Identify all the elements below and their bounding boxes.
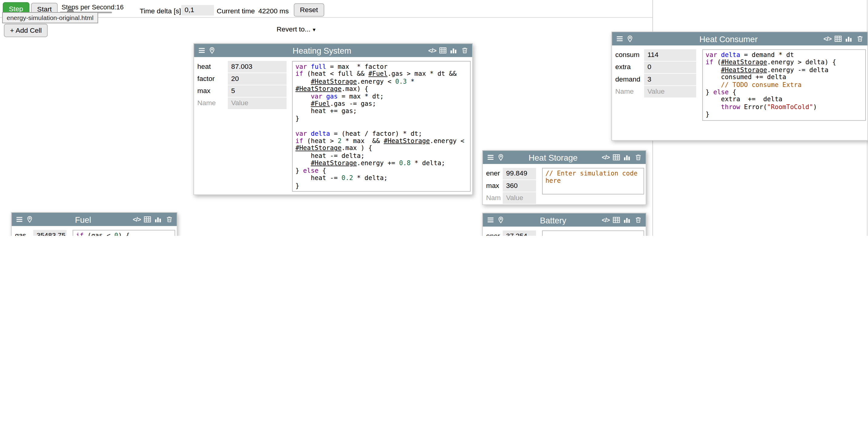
code-line: #HeatStorage.max) { bbox=[295, 85, 467, 93]
cell-title[interactable]: Heating System bbox=[218, 46, 426, 55]
code-editor[interactable]: var full = max * factorif (heat < full &… bbox=[292, 61, 471, 192]
variable-value-input[interactable]: Value bbox=[644, 86, 696, 97]
variable-value-input[interactable]: 114 bbox=[644, 49, 696, 61]
variable-name-input[interactable]: demand bbox=[614, 74, 643, 85]
variables-table: gas35483.75NamValue bbox=[13, 230, 73, 236]
location-pin-icon[interactable] bbox=[497, 216, 504, 224]
code-line: consumed += delta bbox=[706, 74, 863, 81]
location-pin-icon[interactable] bbox=[208, 47, 216, 55]
code-line bbox=[295, 122, 467, 130]
variable-value-input[interactable]: Value bbox=[503, 192, 536, 204]
variable-name-input[interactable]: heat bbox=[196, 61, 226, 73]
delete-cell-icon[interactable] bbox=[635, 153, 642, 161]
cell-body: consum114extra0demand3NameValue var delt… bbox=[612, 46, 868, 122]
table-view-icon[interactable] bbox=[612, 153, 620, 161]
variable-name-input[interactable]: max bbox=[196, 85, 226, 97]
location-pin-icon[interactable] bbox=[497, 153, 504, 161]
cell-header[interactable]: Heating System </> bbox=[194, 44, 472, 57]
variable-value-input[interactable]: 360 bbox=[503, 180, 536, 192]
variable-name-input[interactable]: max bbox=[485, 180, 502, 192]
code-line: var gas = max * dt; bbox=[295, 93, 467, 100]
time-delta-input[interactable]: 0,1 bbox=[181, 5, 214, 16]
code-line: // TODO consume Extra bbox=[706, 81, 863, 89]
chart-view-icon[interactable] bbox=[450, 47, 457, 55]
cell-header[interactable]: Heat Consumer </> bbox=[612, 32, 868, 46]
variable-name-input[interactable]: ener bbox=[485, 168, 502, 179]
code-view-icon[interactable]: </> bbox=[428, 47, 436, 54]
simulation-cell: Heat Consumer </> consum114extra0demand3… bbox=[612, 31, 868, 141]
table-view-icon[interactable] bbox=[612, 216, 620, 224]
table-view-icon[interactable] bbox=[834, 35, 842, 43]
code-view-icon[interactable]: </> bbox=[602, 154, 610, 161]
chart-view-icon[interactable] bbox=[154, 216, 162, 223]
reset-button[interactable]: Reset bbox=[294, 3, 324, 17]
variable-row: max360 bbox=[485, 180, 542, 192]
code-line: } else { bbox=[295, 167, 467, 175]
revert-dropdown[interactable]: Revert to... ▾ bbox=[277, 25, 315, 33]
variable-name-input[interactable]: extra bbox=[614, 61, 643, 73]
variable-name-input[interactable]: ener bbox=[485, 230, 502, 236]
variable-value-input[interactable]: 5 bbox=[228, 85, 286, 97]
code-editor[interactable]: if (gas < 0) { throw Error("GasEmpty")} bbox=[73, 230, 175, 236]
code-line: #HeatStorage.energy -= delta bbox=[706, 66, 863, 74]
variable-name-input[interactable]: factor bbox=[196, 73, 226, 85]
cell-body: ener37.254max360NamValue bbox=[483, 227, 646, 236]
chart-view-icon[interactable] bbox=[623, 216, 631, 224]
cell-title[interactable]: Fuel bbox=[36, 214, 130, 224]
cell-title[interactable]: Heat Consumer bbox=[636, 34, 821, 44]
simulation-cell: Heating System </> heat87.003factor20max… bbox=[193, 44, 473, 195]
variables-table: heat87.003factor20max5NameValue bbox=[196, 61, 292, 110]
delete-cell-icon[interactable] bbox=[166, 216, 173, 223]
cell-header[interactable]: Fuel </> bbox=[11, 213, 177, 226]
variable-value-input[interactable]: 87.003 bbox=[228, 61, 286, 73]
menu-icon[interactable] bbox=[487, 216, 495, 224]
code-line: heat -= delta; bbox=[295, 152, 467, 160]
code-line: if (#HeatStorage.energy > delta) { bbox=[706, 59, 863, 66]
menu-icon[interactable] bbox=[616, 35, 624, 43]
cell-body: heat87.003factor20max5NameValue var full… bbox=[194, 57, 472, 193]
variable-name-input[interactable]: consum bbox=[614, 49, 643, 61]
code-view-icon[interactable]: </> bbox=[824, 35, 831, 42]
delete-cell-icon[interactable] bbox=[635, 216, 642, 224]
chart-view-icon[interactable] bbox=[623, 153, 631, 161]
variable-value-input[interactable]: 20 bbox=[228, 73, 286, 85]
variable-value-input[interactable]: 99.849 bbox=[503, 168, 536, 179]
table-view-icon[interactable] bbox=[439, 47, 447, 55]
code-line: heat -= 0.2 * delta; bbox=[295, 175, 467, 182]
variable-value-input[interactable]: 3 bbox=[644, 74, 696, 85]
menu-icon[interactable] bbox=[198, 47, 206, 55]
variable-row: NameValue bbox=[196, 97, 292, 109]
filename-tooltip: energy-simulation-original.html bbox=[2, 12, 98, 23]
code-line: throw Error("RoomToCold") bbox=[706, 104, 863, 111]
variable-value-input[interactable]: Value bbox=[228, 97, 286, 109]
code-view-icon[interactable]: </> bbox=[602, 217, 610, 223]
code-editor[interactable]: // Enter simulation codehere bbox=[542, 168, 644, 195]
chart-view-icon[interactable] bbox=[845, 35, 852, 43]
cell-title[interactable]: Heat Storage bbox=[507, 153, 599, 162]
code-editor[interactable]: var delta = demand * dtif (#HeatStorage.… bbox=[702, 49, 866, 121]
variable-name-input[interactable]: Name bbox=[614, 86, 643, 97]
code-editor[interactable] bbox=[542, 230, 644, 236]
delete-cell-icon[interactable] bbox=[461, 47, 468, 55]
variable-name-input[interactable]: gas bbox=[13, 230, 32, 236]
variable-name-input[interactable]: Nam bbox=[485, 192, 502, 204]
code-view-icon[interactable]: </> bbox=[133, 216, 141, 223]
cell-header[interactable]: Heat Storage </> bbox=[483, 151, 646, 164]
menu-icon[interactable] bbox=[16, 216, 23, 223]
variable-value-input[interactable]: 37.254 bbox=[503, 230, 536, 236]
location-pin-icon[interactable] bbox=[626, 35, 633, 43]
table-view-icon[interactable] bbox=[144, 216, 151, 223]
add-cell-button[interactable]: + Add Cell bbox=[4, 24, 48, 37]
menu-icon[interactable] bbox=[487, 153, 495, 161]
code-line: #HeatStorage.max ) { bbox=[295, 145, 467, 152]
variable-name-input[interactable]: Name bbox=[196, 97, 226, 109]
code-line: extra += delta bbox=[706, 96, 863, 104]
variable-value-input[interactable]: 0 bbox=[644, 61, 696, 73]
cell-title[interactable]: Battery bbox=[507, 215, 599, 225]
cell-body: gas35483.75NamValue if (gas < 0) { throw… bbox=[11, 226, 177, 236]
variable-row: gas35483.75 bbox=[13, 230, 73, 236]
delete-cell-icon[interactable] bbox=[857, 35, 864, 43]
variable-value-input[interactable]: 35483.75 bbox=[33, 230, 67, 236]
location-pin-icon[interactable] bbox=[26, 216, 33, 223]
cell-header[interactable]: Battery </> bbox=[483, 213, 646, 227]
